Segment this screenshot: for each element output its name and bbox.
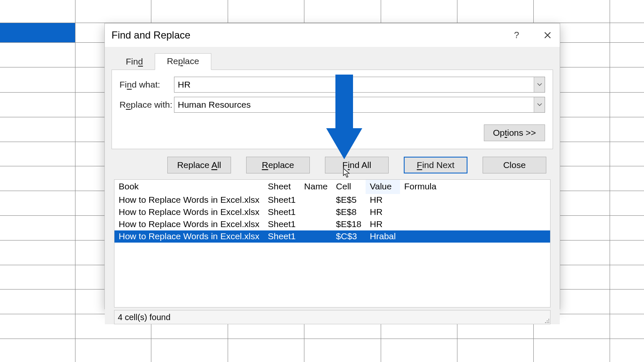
- col-header-name[interactable]: Name: [300, 180, 332, 194]
- help-button[interactable]: ?: [510, 29, 523, 41]
- results-cell-value: HR: [366, 218, 400, 230]
- dialog-titlebar: Find and Replace ?: [105, 23, 560, 47]
- status-bar: 4 cell(s) found: [114, 310, 551, 324]
- results-cell-cell: $E$5: [332, 194, 366, 206]
- gridline-col: [610, 0, 610, 362]
- mouse-cursor-icon: [343, 168, 351, 178]
- results-list[interactable]: Book Sheet Name Cell Value Formula How t…: [114, 179, 551, 308]
- col-header-formula[interactable]: Formula: [400, 180, 550, 194]
- close-icon[interactable]: [541, 29, 554, 41]
- tab-replace[interactable]: Replace: [155, 53, 211, 70]
- col-header-cell[interactable]: Cell: [332, 180, 366, 194]
- resize-grip-icon[interactable]: [543, 317, 549, 323]
- results-cell-name: [300, 194, 332, 206]
- results-cell-cell: $E$8: [332, 206, 366, 218]
- col-header-sheet[interactable]: Sheet: [264, 180, 300, 194]
- replace-with-combo: [174, 97, 545, 113]
- close-button[interactable]: Close: [483, 157, 546, 173]
- replace-with-label: Replace with:: [119, 100, 169, 110]
- results-cell-book: How to Replace Words in Excel.xlsx: [114, 218, 264, 230]
- results-cell-cell: $C$3: [332, 230, 366, 243]
- annotation-arrow-down-icon: [335, 75, 353, 158]
- find-what-dropdown[interactable]: [534, 77, 545, 92]
- results-cell-book: How to Replace Words in Excel.xlsx: [114, 206, 264, 218]
- results-cell-cell: $E$18: [332, 218, 366, 230]
- replace-with-dropdown[interactable]: [534, 97, 545, 112]
- replace-all-button[interactable]: Replace All: [167, 157, 231, 173]
- results-cell-name: [300, 218, 332, 230]
- results-header-row: Book Sheet Name Cell Value Formula: [114, 180, 550, 194]
- results-cell-value: HR: [366, 206, 400, 218]
- options-button[interactable]: Options >>: [484, 124, 545, 141]
- results-cell-value: HR: [366, 194, 400, 206]
- results-cell-name: [300, 230, 332, 243]
- gridline-row: [0, 339, 644, 339]
- results-cell-formula: [400, 194, 550, 206]
- gridline-col: [75, 0, 75, 362]
- results-cell-formula: [400, 218, 550, 230]
- row-header-column: [0, 0, 75, 362]
- selected-cell-highlight: [0, 23, 75, 42]
- find-what-label: Find what:: [119, 80, 169, 90]
- results-cell-formula: [400, 206, 550, 218]
- tab-strip: Find Replace: [114, 51, 553, 70]
- results-row[interactable]: How to Replace Words in Excel.xlsxSheet1…: [114, 218, 550, 230]
- results-row[interactable]: How to Replace Words in Excel.xlsxSheet1…: [114, 230, 550, 243]
- results-cell-book: How to Replace Words in Excel.xlsx: [114, 194, 264, 206]
- results-cell-sheet: Sheet1: [264, 194, 300, 206]
- results-row[interactable]: How to Replace Words in Excel.xlsxSheet1…: [114, 194, 550, 206]
- results-cell-formula: [400, 230, 550, 243]
- results-row[interactable]: How to Replace Words in Excel.xlsxSheet1…: [114, 206, 550, 218]
- col-header-book[interactable]: Book: [114, 180, 264, 194]
- tab-find[interactable]: Find: [114, 54, 155, 70]
- find-replace-dialog: Find and Replace ? Find Replace Find wha…: [104, 23, 560, 309]
- results-cell-sheet: Sheet1: [264, 230, 300, 243]
- status-text: 4 cell(s) found: [118, 313, 171, 322]
- col-header-value[interactable]: Value: [366, 180, 400, 194]
- find-what-input[interactable]: [174, 78, 534, 91]
- results-cell-name: [300, 206, 332, 218]
- results-cell-sheet: Sheet1: [264, 206, 300, 218]
- find-what-combo: [174, 77, 545, 93]
- find-all-button[interactable]: Find All: [325, 157, 389, 173]
- replace-button[interactable]: Replace: [246, 157, 310, 173]
- results-cell-value: Hrabal: [366, 230, 400, 243]
- dialog-title: Find and Replace: [112, 29, 190, 41]
- replace-with-input[interactable]: [174, 98, 534, 111]
- results-cell-sheet: Sheet1: [264, 218, 300, 230]
- find-next-button[interactable]: Find Next: [404, 157, 467, 173]
- results-cell-book: How to Replace Words in Excel.xlsx: [114, 230, 264, 243]
